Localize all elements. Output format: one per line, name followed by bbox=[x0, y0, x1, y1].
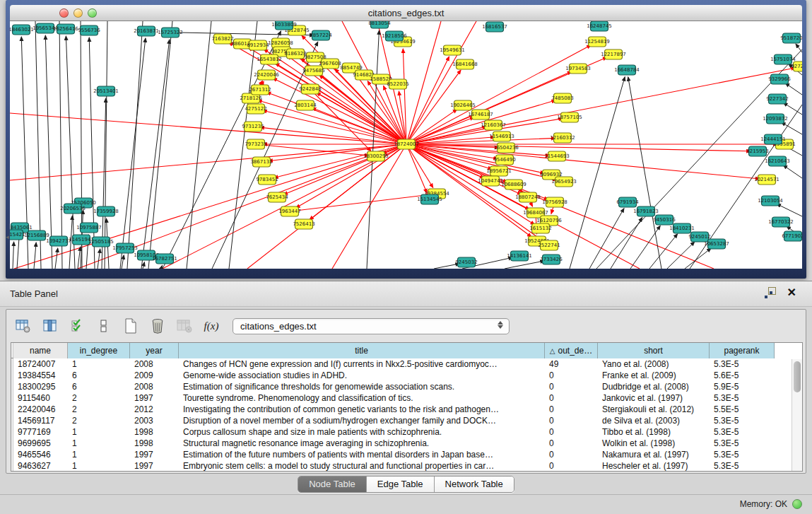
graph-node-label: 10688609 bbox=[501, 182, 526, 187]
graph-node-label: 9329966 bbox=[768, 76, 791, 82]
graph-node-label: 18724007 bbox=[394, 141, 419, 147]
table-row[interactable]: 946554611997Estimation of the future num… bbox=[11, 449, 802, 460]
panel-collapse-handle-icon[interactable]: ◂ bbox=[6, 233, 9, 240]
table-row[interactable]: 969969511998Structural magnetic resonanc… bbox=[11, 438, 802, 449]
table-row[interactable]: 2242004622012Investigating the contribut… bbox=[11, 404, 802, 415]
delete-column-icon[interactable] bbox=[148, 316, 167, 336]
graph-node-label: 16248745 bbox=[587, 23, 612, 29]
graph-node-label: 12160367 bbox=[481, 122, 506, 128]
cell-in_degree: 6 bbox=[68, 370, 130, 381]
cell-title: Changes of HCN gene expression and I(f) … bbox=[179, 358, 545, 370]
cell-out_degree: 49 bbox=[545, 358, 598, 370]
table-row[interactable]: 946362711997Embryonic stem cells: a mode… bbox=[11, 460, 802, 472]
rows-icon[interactable] bbox=[94, 316, 114, 336]
graph-node-label: 7526413 bbox=[293, 221, 314, 227]
graph-node-label: 1733426 bbox=[540, 257, 563, 262]
graph-edge bbox=[406, 144, 751, 151]
graph-node-label: 16504236 bbox=[493, 145, 519, 151]
column-header-name[interactable]: name bbox=[13, 343, 68, 358]
graph-node-label: 12103054 bbox=[758, 198, 783, 204]
graph-node-label: 9245032 bbox=[455, 259, 477, 265]
graph-node-label: 15751074 bbox=[770, 57, 796, 62]
graph-node-label: 17957253 bbox=[112, 245, 138, 251]
graph-node-label: 9783451 bbox=[256, 177, 278, 182]
table-row[interactable]: 1456911722003Disruption of a novel membe… bbox=[11, 415, 802, 426]
column-header-pagerank[interactable]: pagerank bbox=[710, 343, 775, 358]
create-column-icon[interactable] bbox=[121, 316, 141, 336]
graph-edge bbox=[367, 30, 379, 269]
graph-node-label: 16816537 bbox=[482, 24, 507, 30]
close-panel-icon[interactable]: ✕ bbox=[787, 287, 796, 298]
graph-node-label: 18410231 bbox=[669, 226, 695, 231]
graph-node-label: 19549631 bbox=[440, 47, 465, 53]
cell-short: Yano et al. (2008) bbox=[598, 358, 710, 370]
column-header-short[interactable]: short bbox=[598, 343, 710, 358]
graph-edge bbox=[98, 249, 100, 269]
table-body: 1872400712008Changes of HCN gene express… bbox=[11, 358, 802, 472]
graph-node-label: 9731235 bbox=[242, 124, 264, 129]
graph-node-label: 22420046 bbox=[254, 72, 279, 78]
header-filler bbox=[775, 343, 802, 358]
graph-edge bbox=[290, 194, 430, 211]
tab-network-table[interactable]: Network Table bbox=[435, 477, 514, 492]
graph-node-label: 19654923 bbox=[551, 179, 577, 185]
cell-short: de Silva et al. (2003) bbox=[598, 415, 710, 426]
cell-in_degree: 1 bbox=[68, 438, 130, 449]
graph-node-label: 19026465 bbox=[450, 103, 476, 108]
graph-node-label: 6771902 bbox=[782, 233, 802, 239]
cell-out_degree: 0 bbox=[545, 449, 598, 460]
cell-out_degree: 0 bbox=[545, 404, 598, 415]
table-row[interactable]: 977716911998Corpus callosum shape and si… bbox=[11, 426, 802, 438]
cell-title: Genome-wide association studies in ADHD. bbox=[179, 370, 545, 381]
table-tabs-segment: Node TableEdge TableNetwork Table bbox=[298, 476, 514, 493]
select-columns-icon[interactable] bbox=[67, 316, 87, 336]
graph-node-label: 7163822 bbox=[211, 36, 233, 42]
function-builder-icon[interactable]: f(x) bbox=[201, 316, 221, 336]
graph-edge bbox=[785, 83, 802, 95]
graph-node-label: 19734583 bbox=[565, 66, 591, 71]
graph-node-label: 9556736 bbox=[78, 28, 100, 33]
table-row[interactable]: 911546021997Tourette syndrome. Phenomeno… bbox=[11, 392, 802, 404]
column-header-in_degree[interactable]: in_degree bbox=[68, 343, 130, 358]
cell-name: 9115460 bbox=[13, 392, 68, 404]
table-header-row: namein_degreeyeartitle△out_de…shortpager… bbox=[11, 343, 802, 358]
memory-status-icon[interactable] bbox=[792, 499, 802, 509]
table-mode-icon[interactable] bbox=[13, 316, 33, 336]
cell-year: 1998 bbox=[130, 438, 179, 449]
table-row[interactable]: 1830029562008Estimation of significance … bbox=[11, 381, 802, 392]
delete-table-icon[interactable] bbox=[175, 316, 194, 336]
network-canvas[interactable]: 1872400718300295716382288601288912934128… bbox=[10, 21, 802, 269]
cell-title: Estimation of significance thresholds fo… bbox=[179, 381, 545, 392]
vertical-scrollbar[interactable] bbox=[792, 359, 802, 471]
cell-short: Nakamura et al. (1997) bbox=[598, 449, 710, 460]
column-header-out_degree[interactable]: △out_de… bbox=[545, 343, 598, 358]
table-select-dropdown[interactable]: citations_edges.txt bbox=[233, 318, 510, 334]
cell-in_degree: 2 bbox=[68, 392, 130, 404]
show-column-icon[interactable] bbox=[40, 316, 60, 336]
graph-node-label: 16033809 bbox=[271, 22, 297, 28]
tab-edge-table[interactable]: Edge Table bbox=[367, 477, 435, 492]
cell-name: 9465546 bbox=[13, 449, 68, 460]
table-panel-body: f(x) citations_edges.txt namein_degreeye… bbox=[6, 309, 806, 474]
table-row[interactable]: 1938455462009Genome-wide association stu… bbox=[11, 370, 802, 381]
column-header-title[interactable]: title bbox=[179, 343, 545, 358]
cell-in_degree: 2 bbox=[68, 415, 130, 426]
cell-short: Hescheler et al. (1997) bbox=[598, 460, 710, 472]
graph-node-label: 10653287 bbox=[704, 241, 729, 247]
tab-node-table[interactable]: Node Table bbox=[298, 477, 367, 492]
cell-title: Embryonic stem cells: a model to study s… bbox=[179, 460, 545, 472]
network-view-window: citations_edges.txt 18724007183002957163… bbox=[6, 0, 806, 279]
graph-edge bbox=[89, 37, 95, 269]
graph-edge bbox=[505, 261, 544, 269]
float-window-icon[interactable] bbox=[765, 287, 776, 298]
graph-node-label: 8215953 bbox=[746, 148, 768, 154]
network-window-titlebar[interactable]: citations_edges.txt bbox=[10, 5, 802, 21]
graph-node-label: 2803144 bbox=[294, 103, 317, 108]
cell-out_degree: 0 bbox=[545, 460, 598, 472]
cell-name: 9777169 bbox=[13, 426, 68, 438]
column-header-year[interactable]: year bbox=[130, 343, 179, 358]
column-header-label: year bbox=[146, 346, 162, 356]
graph-node-label: 2671312 bbox=[249, 87, 271, 93]
scrollbar-thumb[interactable] bbox=[794, 361, 801, 392]
table-row[interactable]: 1872400712008Changes of HCN gene express… bbox=[11, 358, 802, 370]
